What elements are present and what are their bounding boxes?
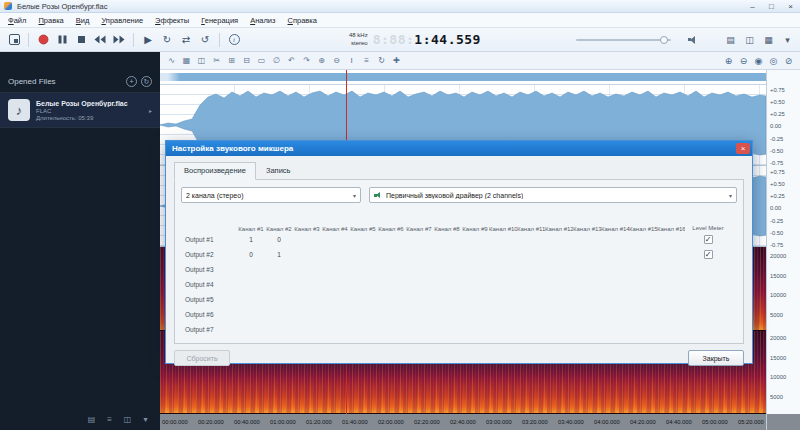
undo-button[interactable]: ↶ <box>285 54 298 67</box>
level-meter-checkbox[interactable]: ✓ <box>704 250 713 259</box>
volume-slider[interactable] <box>576 34 671 46</box>
mixer-cell[interactable]: 0 <box>237 251 265 258</box>
mixer-rows: Output #110✓Output #201✓Output #3Output … <box>181 232 737 337</box>
channel-column-header: Канал #14 <box>601 226 629 232</box>
close-window-button[interactable]: × <box>781 0 800 13</box>
refresh-files-button[interactable]: ↻ <box>141 76 152 87</box>
mixer-cell[interactable]: 0 <box>265 236 293 243</box>
sample-rate-label: 48 kHz <box>349 32 368 39</box>
more-panel-button[interactable]: ▾ <box>139 413 152 426</box>
repeat-button[interactable]: ↺ <box>197 32 213 48</box>
menu-item[interactable]: Файл <box>2 14 32 27</box>
dialog-close-button[interactable]: × <box>736 143 750 154</box>
zoom-out-button[interactable]: ⊖ <box>737 54 750 67</box>
level-meter-checkbox[interactable]: ✓ <box>704 235 713 244</box>
app-logo-icon <box>4 2 12 10</box>
layout-split-button[interactable]: ◫ <box>743 33 756 46</box>
amplitude-label: +0.25 <box>770 193 800 199</box>
close-button[interactable]: Закрыть <box>688 350 744 366</box>
redo-button[interactable]: ↷ <box>300 54 313 67</box>
files-panel-button[interactable]: ▤ <box>85 413 98 426</box>
timeline-tick: 00:00.000 <box>162 419 188 425</box>
view-spectral-icon[interactable]: ▦ <box>180 54 193 67</box>
maximize-button[interactable]: □ <box>762 0 781 13</box>
amplitude-label: 0.00 <box>770 205 800 211</box>
toolbar-separator <box>133 33 134 47</box>
channel-mode-label: stereo <box>349 40 368 47</box>
zoom-selection-button[interactable]: ◉ <box>752 54 765 67</box>
mixer-row-label: Output #4 <box>181 281 237 288</box>
rewind-icon <box>94 34 106 45</box>
shuffle-button[interactable]: ⇄ <box>178 32 194 48</box>
zoom-fit-button[interactable]: ◎ <box>767 54 780 67</box>
opened-files-panel: Opened Files + ↻ ♪ Белые Розы Оренбург.f… <box>0 52 160 430</box>
menu-item[interactable]: Правка <box>32 14 69 27</box>
zoom-out-selection-button[interactable]: ⊖ <box>330 54 343 67</box>
loop-play-button[interactable]: ↻ <box>159 32 175 48</box>
stop-button[interactable] <box>73 32 89 48</box>
view-menu-button[interactable]: ▾ <box>781 33 794 46</box>
menu-item[interactable]: Справка <box>281 14 322 27</box>
amplitude-label: -0.25 <box>770 136 800 142</box>
view-waveform-icon[interactable]: ∿ <box>165 54 178 67</box>
add-file-button[interactable]: + <box>126 76 137 87</box>
list-panel-button[interactable]: ≡ <box>103 413 116 426</box>
timeline-tick: 02:20.000 <box>414 419 440 425</box>
silence-button[interactable]: ∅ <box>270 54 283 67</box>
amplitude-label: +0.75 <box>770 169 800 175</box>
selector-tool-button[interactable] <box>6 32 22 48</box>
layout-grid-button[interactable]: ▦ <box>762 33 775 46</box>
menu-item[interactable]: Вид <box>70 14 96 27</box>
ibeam-tool-button[interactable]: Ι <box>345 54 358 67</box>
dialog-titlebar[interactable]: Настройка звукового микшера × <box>166 141 752 156</box>
paste-button[interactable]: ⊟ <box>240 54 253 67</box>
amplitude-label: +0.75 <box>770 87 800 93</box>
menu-item[interactable]: Генерация <box>195 14 244 27</box>
channel-column-header: Канал #1 <box>237 226 265 232</box>
mixer-row: Output #110✓ <box>181 232 737 247</box>
stop-icon <box>76 34 87 45</box>
menu-item[interactable]: Анализ <box>244 14 281 27</box>
forward-button[interactable] <box>111 32 127 48</box>
current-time: 1:44.559 <box>414 32 481 47</box>
driver-select[interactable]: Первичный звуковой драйвер (2 channels) … <box>369 187 737 203</box>
file-list-item[interactable]: ♪ Белые Розы Оренбург.flac FLAC Длительн… <box>0 93 160 128</box>
view-split-icon[interactable]: ◫ <box>195 54 208 67</box>
file-duration: Длительность: 05:39 <box>36 115 128 121</box>
reset-button[interactable]: Сбросить <box>174 350 230 366</box>
split-panel-button[interactable]: ◫ <box>121 413 134 426</box>
marker-button[interactable]: ✚ <box>390 54 403 67</box>
select-region-button[interactable]: ▭ <box>255 54 268 67</box>
play-button[interactable]: ▶ <box>140 32 156 48</box>
zoom-reset-button[interactable]: ⊘ <box>782 54 795 67</box>
timeline-tick: 03:00.000 <box>486 419 512 425</box>
zoom-in-button[interactable]: ⊕ <box>722 54 735 67</box>
info-button[interactable]: i <box>226 32 242 48</box>
tab-playback[interactable]: Воспроизведение <box>174 162 256 180</box>
tab-record[interactable]: Запись <box>256 162 301 179</box>
rewind-button[interactable] <box>92 32 108 48</box>
minimize-button[interactable]: – <box>743 0 762 13</box>
amplitude-label: -0.25 <box>770 218 800 224</box>
copy-button[interactable]: ⊞ <box>225 54 238 67</box>
overview-strip[interactable] <box>160 70 766 85</box>
menu-item[interactable]: Эффекты <box>149 14 195 27</box>
record-button[interactable] <box>35 32 51 48</box>
timeline-tick: 03:40.000 <box>558 419 584 425</box>
volume-knob[interactable] <box>660 36 668 44</box>
pause-button[interactable] <box>54 32 70 48</box>
zoom-in-selection-button[interactable]: ⊕ <box>315 54 328 67</box>
loop-button[interactable]: ↻ <box>375 54 388 67</box>
cut-button[interactable]: ✂ <box>210 54 223 67</box>
volume-track[interactable] <box>576 39 671 41</box>
mixer-cell[interactable]: 1 <box>265 251 293 258</box>
timeline-ruler[interactable]: 00:00.00000:20.00000:40.00001:00.00001:2… <box>160 414 766 430</box>
level-meter-cell[interactable]: ✓ <box>685 250 731 259</box>
mixer-header-row: Канал #1Канал #2Канал #3Канал #4Канал #5… <box>181 212 737 232</box>
channels-select[interactable]: 2 канала (стерео) ▾ <box>181 187 361 203</box>
layout-single-button[interactable]: ▤ <box>724 33 737 46</box>
mixer-cell[interactable]: 1 <box>237 236 265 243</box>
level-meter-cell[interactable]: ✓ <box>685 235 731 244</box>
snap-button[interactable]: ≡ <box>360 54 373 67</box>
menu-item[interactable]: Управление <box>95 14 149 27</box>
